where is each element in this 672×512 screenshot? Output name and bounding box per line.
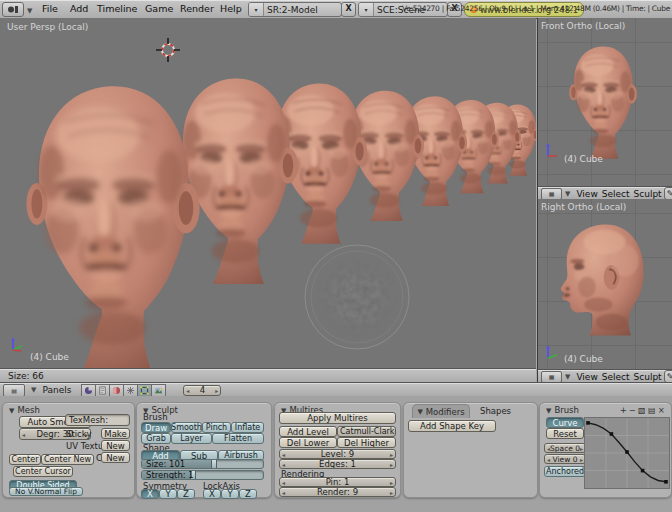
add-level-button[interactable]: Add Level — [279, 426, 337, 437]
panels-menu[interactable]: Panels — [42, 385, 71, 395]
apply-multires-button[interactable]: Apply Multires — [279, 412, 396, 424]
window-type-icon[interactable]: ▦ — [541, 188, 562, 200]
mesh-panel: ▼Mesh Auto Smooth ◂Degr: 30▸ TexMesh: St… — [2, 402, 135, 498]
strength-slider[interactable]: Strength: 1 — [141, 470, 264, 480]
curve-zoom-out-icon[interactable]: − — [629, 407, 636, 415]
lockaxis-y-toggle[interactable]: Y — [221, 489, 239, 499]
reset-button[interactable]: Reset — [546, 428, 584, 439]
curve-delete-icon[interactable]: × — [658, 407, 665, 415]
header-collapse-icon[interactable]: ▼ — [25, 5, 34, 17]
curve-tools-icon[interactable]: ▤ — [648, 407, 656, 415]
pin-spinner[interactable]: ◂Pin: 1▸ — [279, 477, 396, 487]
brush-inflate-toggle[interactable]: Inflate — [231, 422, 264, 433]
view-spinner[interactable]: ◂View 0▸ — [544, 454, 586, 464]
vcol-new-button[interactable]: New — [101, 452, 130, 463]
lockaxis-x-toggle[interactable]: X — [203, 489, 221, 499]
center-new-button[interactable]: Center New — [41, 454, 94, 465]
render-spinner[interactable]: ◂Render: 9▸ — [279, 487, 396, 497]
menu-select[interactable]: Select — [600, 371, 632, 383]
viewport-front[interactable]: Front Ortho (Local) (4) Cube — [537, 18, 672, 186]
space-spinner[interactable]: ◂Space 0▸ — [544, 443, 586, 453]
spinner-right-icon[interactable]: ▸ — [390, 489, 393, 496]
uv-new-button[interactable]: New — [101, 440, 130, 451]
spinner-right-icon[interactable]: ▸ — [390, 461, 393, 468]
brush-mode-icon: ✎ — [667, 190, 672, 198]
curve-clip-icon[interactable]: ▧ — [638, 407, 646, 415]
tab-shapes[interactable]: Shapes — [480, 406, 511, 416]
screen-selector[interactable]: ▾ SR:2-Model — [248, 2, 342, 17]
scene-context-icon[interactable] — [151, 384, 166, 397]
menu-view[interactable]: View — [574, 371, 599, 383]
panel-collapse-icon[interactable]: ▼ — [546, 407, 551, 415]
no-vnormal-flip-toggle[interactable]: No V.Normal Flip — [9, 487, 83, 496]
del-higher-button[interactable]: Del Higher — [337, 437, 396, 448]
editing-context-icon[interactable] — [137, 384, 152, 397]
menu-help[interactable]: Help — [218, 3, 244, 15]
center-button[interactable]: Center — [9, 454, 41, 465]
spinner-right-icon[interactable]: ▸ — [390, 479, 393, 486]
tab-modifiers[interactable]: ▼Modifiers — [412, 404, 470, 418]
blender-logo-icon[interactable] — [2, 2, 24, 17]
brush-draw-toggle[interactable]: Draw — [141, 422, 171, 433]
brush-smooth-toggle[interactable]: Smooth — [171, 422, 202, 433]
brush-layer-toggle[interactable]: Layer — [171, 433, 212, 444]
menu-sculpt[interactable]: Sculpt — [632, 371, 664, 383]
anchored-toggle[interactable]: Anchored — [544, 466, 586, 477]
menu-render[interactable]: Render — [178, 3, 216, 15]
symmetry-y-toggle[interactable]: Y — [159, 489, 177, 499]
screen-browse-icon[interactable]: ▾ — [249, 3, 264, 16]
level-spinner[interactable]: ◂Level: 9▸ — [279, 449, 396, 459]
brush-texture-blob — [305, 245, 409, 349]
spinner-right-icon[interactable]: ▸ — [580, 456, 583, 463]
curve-zoom-in-icon[interactable]: + — [620, 407, 627, 415]
buttons-context-spinner[interactable]: ◂ 4 ▸ — [183, 385, 221, 396]
subdiv-type-dropdown[interactable]: Catmull-Clark▾ — [337, 426, 396, 437]
menu-sculpt[interactable]: Sculpt — [632, 188, 664, 200]
edges-spinner[interactable]: ◂Edges: 1▸ — [279, 459, 396, 469]
logic-context-icon[interactable] — [81, 384, 96, 397]
active-object-label: (4) Cube — [564, 354, 603, 364]
spinner-right-icon[interactable]: ▸ — [215, 387, 218, 394]
shading-context-icon[interactable] — [109, 384, 124, 397]
viewport-side[interactable]: Right Ortho (Local) (4) Cube — [537, 199, 672, 369]
curve-toggle[interactable]: Curve — [546, 417, 584, 428]
head-side — [561, 224, 644, 335]
window-type-icon[interactable]: ▤ — [3, 384, 25, 397]
texmesh-field[interactable]: TexMesh: — [65, 414, 130, 426]
header-collapse-icon[interactable]: ▼ — [31, 386, 36, 394]
menu-select[interactable]: Select — [600, 188, 632, 200]
size-slider[interactable]: Size: 101 — [141, 459, 264, 469]
viewport-main[interactable]: User Persp (Local) (4) Cube — [0, 18, 536, 368]
slider-knob[interactable] — [211, 460, 217, 468]
brush-panel: ▼Brush Curve Reset ◂Space 0▸ ◂View 0▸ An… — [539, 402, 672, 498]
script-context-icon[interactable] — [95, 384, 110, 397]
object-context-icon[interactable] — [123, 384, 138, 397]
menu-game[interactable]: Game — [143, 3, 175, 15]
sticky-make-button[interactable]: Make — [101, 428, 130, 439]
screen-delete-button[interactable]: X — [341, 2, 356, 17]
menu-file[interactable]: File — [40, 3, 60, 15]
multires-panel: ▼Multires Apply Multires Add Level Catmu… — [274, 402, 401, 498]
menu-timeline[interactable]: Timeline — [95, 3, 139, 15]
dropdown-icon: ▾ — [394, 428, 396, 435]
menu-add[interactable]: Add — [68, 3, 90, 15]
brush-pinch-toggle[interactable]: Pinch — [202, 422, 231, 433]
axis-gizmo — [543, 140, 563, 160]
del-lower-button[interactable]: Del Lower — [279, 437, 337, 448]
header-collapse-icon[interactable]: ▼ — [565, 373, 570, 381]
window-type-icon[interactable]: ▦ — [541, 371, 562, 383]
brush-falloff-curve[interactable] — [584, 417, 670, 489]
center-cursor-button[interactable]: Center Cursor — [13, 466, 73, 477]
scene-browse-icon[interactable]: ▾ — [359, 3, 374, 16]
symmetry-z-toggle[interactable]: Z — [177, 489, 195, 499]
brush-flatten-toggle[interactable]: Flatten — [212, 433, 264, 444]
panel-collapse-icon[interactable]: ▼ — [9, 407, 14, 415]
spinner-right-icon[interactable]: ▸ — [580, 445, 583, 452]
add-shape-key-button[interactable]: Add Shape Key — [408, 420, 496, 432]
screen-name: SR:2-Model — [264, 5, 318, 15]
lockaxis-z-toggle[interactable]: Z — [239, 489, 257, 499]
menu-view[interactable]: View — [574, 188, 599, 200]
spinner-right-icon[interactable]: ▸ — [390, 451, 393, 458]
header-collapse-icon[interactable]: ▼ — [565, 190, 570, 198]
symmetry-x-toggle[interactable]: X — [141, 489, 159, 499]
